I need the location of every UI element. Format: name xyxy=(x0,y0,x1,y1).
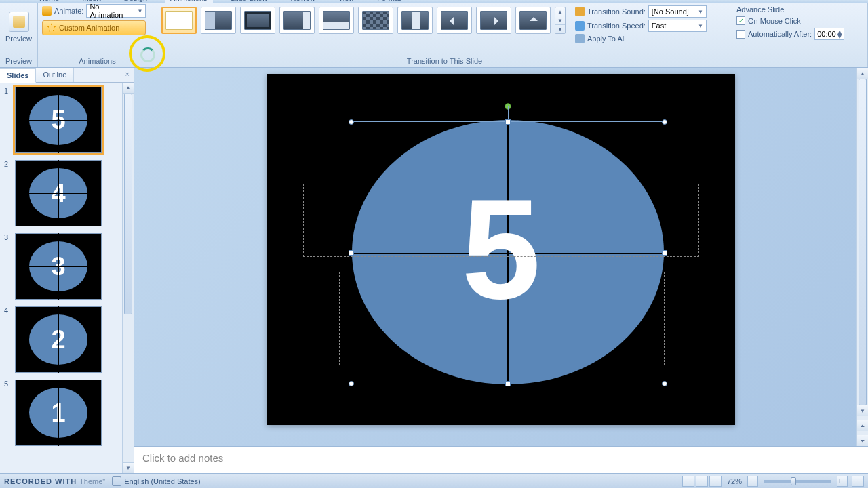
zoom-slider-thumb[interactable] xyxy=(791,477,796,485)
resize-handle-s[interactable] xyxy=(505,381,511,386)
transition-option[interactable] xyxy=(319,7,354,34)
chevron-down-icon: ▼ xyxy=(138,8,143,14)
animate-combo[interactable]: No Animation ▼ xyxy=(86,4,146,18)
prev-slide-button[interactable]: ⏶ xyxy=(857,420,868,431)
apply-all-icon xyxy=(575,34,585,43)
normal-view-button[interactable] xyxy=(682,476,694,487)
status-recorded: RECORDED WITH Theme" xyxy=(4,477,105,485)
resize-handle-ne[interactable] xyxy=(662,119,667,125)
preview-button[interactable]: Preview xyxy=(4,4,33,50)
thumb-number: 1 xyxy=(4,87,11,153)
slide-thumbnail[interactable]: 2 4 xyxy=(0,156,121,229)
tab-format[interactable]: Format xyxy=(372,0,406,3)
slide-thumbnail[interactable]: 5 1 xyxy=(0,375,121,449)
auto-after-value: 00:00 xyxy=(817,30,836,38)
transition-option[interactable] xyxy=(358,7,393,34)
resize-handle-nw[interactable] xyxy=(349,119,354,125)
sorter-view-button[interactable] xyxy=(696,476,708,487)
group-label-animations: Animations xyxy=(42,56,153,67)
slide-thumbnail[interactable]: 4 2 xyxy=(0,302,121,375)
resize-handle-n[interactable] xyxy=(505,119,511,125)
scroll-down-button[interactable]: ▼ xyxy=(123,462,134,473)
zoom-level: 72% xyxy=(727,477,742,485)
apply-to-all-label: Apply To All xyxy=(587,35,626,43)
panel-close-button[interactable]: × xyxy=(121,68,134,82)
thumb-preview: 1 xyxy=(15,380,102,446)
preview-icon xyxy=(9,12,29,32)
selection-box-placeholder-2[interactable] xyxy=(339,272,665,365)
group-label-transition: Transition to This Slide xyxy=(161,56,728,67)
resize-handle-se[interactable] xyxy=(662,381,667,386)
slides-tab[interactable]: Slides xyxy=(0,68,36,83)
custom-animation-label: Custom Animation xyxy=(59,24,119,32)
apply-to-all-button[interactable]: Apply To All xyxy=(575,34,707,43)
transition-sound-combo[interactable]: [No Sound] ▼ xyxy=(648,5,707,18)
scroll-up-button[interactable]: ▲ xyxy=(857,68,868,79)
on-mouse-click-checkbox[interactable]: ✓ xyxy=(736,16,745,25)
transition-option[interactable] xyxy=(437,7,472,34)
transition-speed-label: Transition Speed: xyxy=(587,22,646,30)
custom-animation-button[interactable]: Custom Animation xyxy=(42,20,146,35)
zoom-in-button[interactable]: + xyxy=(837,476,848,487)
ribbon: Preview Preview Animate: No Animation ▼ … xyxy=(0,3,868,68)
fit-to-window-button[interactable] xyxy=(852,476,864,487)
transition-speed-combo[interactable]: Fast ▼ xyxy=(648,20,707,32)
slides-panel: Slides Outline × 1 5 2 4 3 3 4 2 xyxy=(0,68,134,473)
scrollbar-thumb[interactable] xyxy=(124,94,132,314)
zoom-slider[interactable] xyxy=(764,480,831,483)
auto-after-label: Automatically After: xyxy=(748,30,812,38)
tab-insert[interactable]: Insert xyxy=(77,0,106,3)
resize-handle-sw[interactable] xyxy=(349,381,354,386)
notes-pane[interactable]: Click to add notes xyxy=(134,446,868,473)
zoom-out-button[interactable]: − xyxy=(747,476,758,487)
transition-option[interactable] xyxy=(515,7,551,34)
thumb-number: 5 xyxy=(4,380,11,446)
tab-design[interactable]: Design xyxy=(119,0,153,3)
tab-slideshow[interactable]: Slide Show xyxy=(225,0,273,3)
auto-after-spinner[interactable]: 00:00 ▲▼ xyxy=(814,28,844,40)
thumb-preview: 4 xyxy=(15,160,102,226)
thumb-preview: 2 xyxy=(15,306,102,373)
outline-tab[interactable]: Outline xyxy=(36,68,74,82)
transition-option[interactable] xyxy=(279,7,315,34)
selection-box-placeholder-1[interactable] xyxy=(303,184,699,257)
transition-gallery-more[interactable]: ▲▼▾ xyxy=(555,7,566,34)
spellcheck-icon xyxy=(112,476,121,486)
chevron-down-icon: ▼ xyxy=(698,23,703,29)
animate-label: Animate: xyxy=(54,7,83,15)
status-language[interactable]: English (United States) xyxy=(112,476,201,486)
thumb-number: 2 xyxy=(4,160,11,226)
tab-view[interactable]: View xyxy=(333,0,360,3)
next-slide-button[interactable]: ⏷ xyxy=(857,435,868,446)
slideshow-view-button[interactable] xyxy=(709,476,722,487)
scrollbar-thumb[interactable] xyxy=(859,79,867,405)
transition-option[interactable] xyxy=(240,7,275,34)
slide-thumbnail[interactable]: 3 3 xyxy=(0,229,121,302)
tab-home[interactable]: Home xyxy=(34,0,64,3)
canvas-area[interactable]: 5 ▲ xyxy=(134,68,868,446)
tab-animations[interactable]: Animations xyxy=(165,0,212,3)
animate-icon xyxy=(42,6,52,16)
advance-slide-title: Advance Slide xyxy=(736,5,844,14)
thumb-number: 4 xyxy=(4,306,11,373)
scroll-down-button[interactable]: ▼ xyxy=(857,405,868,416)
auto-after-checkbox[interactable] xyxy=(736,30,745,39)
speed-icon xyxy=(575,21,585,30)
transition-options: Transition Sound: [No Sound] ▼ Transitio… xyxy=(575,4,707,43)
editor-scrollbar-vertical[interactable]: ▲ ▼ ⏶ ⏷ xyxy=(856,68,868,446)
transition-speed-value: Fast xyxy=(652,22,666,30)
transition-option[interactable] xyxy=(201,7,236,34)
transition-sound-label: Transition Sound: xyxy=(587,7,646,16)
transition-option[interactable] xyxy=(476,7,511,34)
slide-thumbnail[interactable]: 1 5 xyxy=(0,83,121,156)
transition-option[interactable] xyxy=(397,7,433,34)
slide-canvas[interactable]: 5 xyxy=(267,74,735,425)
thumbnails-scrollbar[interactable]: ▲ ▼ xyxy=(122,83,134,473)
slide-thumbnails: 1 5 2 4 3 3 4 2 5 1 xyxy=(0,83,134,473)
on-mouse-click-label: On Mouse Click xyxy=(748,17,801,25)
star-icon xyxy=(47,23,56,33)
tab-review[interactable]: Review xyxy=(285,0,321,3)
scroll-up-button[interactable]: ▲ xyxy=(123,83,134,94)
transition-none[interactable] xyxy=(161,7,197,34)
sound-icon xyxy=(575,7,585,16)
